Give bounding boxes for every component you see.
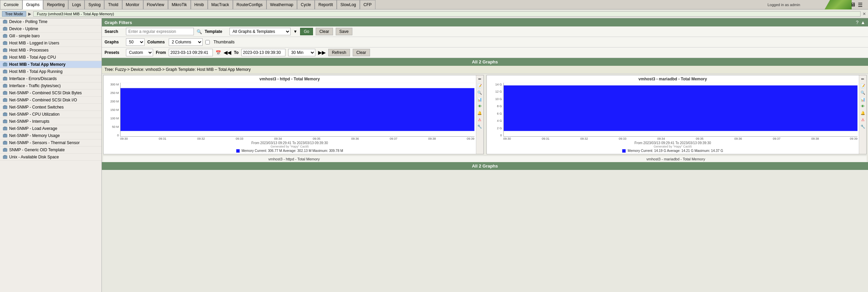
- menu-icon[interactable]: ☰: [858, 2, 863, 8]
- search-label: Search: [105, 29, 123, 34]
- nav-tab-weathermap[interactable]: Weathermap: [266, 0, 297, 9]
- from-date-input[interactable]: [169, 49, 213, 56]
- graph-1-chart-area: 300 M 250 M 200 M 150 M 100 M 50 M 0: [105, 83, 475, 140]
- sidebar-item-13[interactable]: Net-SNMP - CPU Utilization: [0, 111, 101, 118]
- clear-button-1[interactable]: Clear: [316, 28, 333, 35]
- calendar-icon[interactable]: 📅: [216, 50, 221, 55]
- sidebar-item-15[interactable]: Net-SNMP - Load Average: [0, 125, 101, 132]
- forward-arrow[interactable]: ▶▶: [318, 50, 326, 55]
- svg-rect-34: [4, 98, 5, 99]
- save-button[interactable]: Save: [336, 28, 352, 35]
- graph1-edit-icon[interactable]: ✏: [477, 76, 483, 82]
- svg-rect-27: [3, 84, 7, 87]
- svg-rect-46: [4, 126, 5, 128]
- go-button[interactable]: Go: [300, 28, 313, 35]
- clear-button-2[interactable]: Clear: [353, 49, 370, 56]
- nav-tab-flowview[interactable]: FlowView: [143, 0, 168, 9]
- nav-tab-syslog[interactable]: Syslog: [85, 0, 104, 9]
- graph1-wrench-icon[interactable]: 🔧: [477, 123, 483, 130]
- graph-2-legend-box: [622, 149, 626, 153]
- nav-tab-reporting[interactable]: Reporting: [43, 0, 68, 9]
- graph2-bar-icon[interactable]: 📊: [860, 96, 866, 102]
- sidebar-item-3[interactable]: Host MIB - Logged in Users: [0, 40, 101, 47]
- nav-tab-mikrotik[interactable]: MikroTik: [168, 0, 191, 9]
- nav-tab-logs[interactable]: Logs: [68, 0, 85, 9]
- nav-tab-graphs[interactable]: Graphs: [22, 0, 43, 9]
- to-date-input[interactable]: [241, 49, 285, 56]
- sidebar-item-11[interactable]: Net-SNMP - Combined SCSI Disk I/O: [0, 97, 101, 104]
- sidebar-item-0[interactable]: Device - Polling Time: [0, 18, 101, 25]
- nav-tab-mactrack[interactable]: MacTrack: [208, 0, 233, 9]
- svg-rect-31: [4, 91, 5, 92]
- svg-rect-44: [5, 119, 6, 120]
- sidebar-item-9[interactable]: Interface - Traffic (bytes/sec): [0, 82, 101, 90]
- nav-tab-monitor[interactable]: Monitor: [122, 0, 143, 9]
- sidebar-item-8[interactable]: Interface - Errors/Discards: [0, 75, 101, 82]
- help-icon[interactable]: ?: [856, 20, 858, 25]
- svg-rect-59: [5, 155, 6, 156]
- presets-select[interactable]: Custom: [126, 49, 153, 56]
- sidebar-item-16[interactable]: Net-SNMP - Memory Usage: [0, 132, 101, 139]
- graph1-bell-icon[interactable]: 🔔: [477, 110, 483, 116]
- graph-2-svg: [504, 83, 858, 136]
- graph2-warning-icon[interactable]: ⚠: [860, 117, 866, 123]
- back-arrow[interactable]: ◀◀: [224, 50, 231, 55]
- nav-tab-cycle[interactable]: Cycle: [297, 0, 315, 9]
- sidebar-item-7[interactable]: Host MIB - Total App Running: [0, 68, 101, 75]
- nav-tab-console[interactable]: Console: [0, 0, 22, 9]
- sidebar-item-12[interactable]: Net-SNMP - Context Switches: [0, 104, 101, 111]
- sidebar-item-19[interactable]: Unix - Available Disk Space: [0, 154, 101, 161]
- graph-1-footer: From 2023/03/13 09:29:41 To 2023/03/13 0…: [105, 141, 475, 148]
- svg-rect-48: [3, 134, 7, 137]
- search-input[interactable]: [126, 28, 194, 35]
- thumbnails-checkbox[interactable]: [205, 40, 210, 44]
- graph2-pencil2-icon[interactable]: 📝: [860, 83, 866, 89]
- nav-tab-thold[interactable]: Thold: [104, 0, 122, 9]
- columns-select[interactable]: 2 Columns: [169, 38, 203, 46]
- sidebar-label-4: Host MIB - Processes: [9, 48, 49, 53]
- graph1-pencil2-icon[interactable]: 📝: [477, 83, 483, 89]
- svg-rect-29: [5, 84, 6, 85]
- sidebar-item-17[interactable]: Net-SNMP - Sensors - Thermal Sensor: [0, 139, 101, 147]
- nav-tab-cfp[interactable]: CFP: [360, 0, 375, 9]
- graph2-eye-icon[interactable]: 👁: [860, 103, 866, 109]
- nav-tab-routerconfigs[interactable]: RouterConfigs: [233, 0, 266, 9]
- sidebar-item-10[interactable]: Net-SNMP - Combined SCSI Disk Bytes: [0, 90, 101, 97]
- main-layout: Device - Polling TimeDevice - UptimeGill…: [0, 18, 868, 292]
- template-label: Template: [205, 29, 227, 34]
- breadcrumb-close[interactable]: ✕: [863, 12, 866, 16]
- svg-rect-17: [5, 55, 6, 56]
- collapse-icon[interactable]: ▲: [861, 20, 865, 25]
- sidebar-item-4[interactable]: Host MIB - Processes: [0, 47, 101, 54]
- graph-subtitles: vmhost3 - httpd - Total Memory vmhost3 -…: [103, 156, 867, 162]
- graph-1-x-axis: 09:3009:3109:3209:3309:3409:3509:3609:37…: [120, 137, 475, 140]
- graph1-bar-icon[interactable]: 📊: [477, 96, 483, 102]
- svg-rect-7: [4, 34, 5, 35]
- nav-tab-slowlog[interactable]: SlowLog: [337, 0, 360, 9]
- template-select[interactable]: All Graphs & Templates: [229, 28, 291, 35]
- sidebar-item-6[interactable]: Host MIB - Total App Memory: [0, 61, 101, 68]
- sidebar-label-8: Interface - Errors/Discards: [9, 76, 57, 81]
- graph1-zoom-icon[interactable]: 🔍: [477, 90, 483, 96]
- nav-tab-hmib[interactable]: Hmib: [191, 0, 208, 9]
- tree-mode-btn[interactable]: Tree Mode: [2, 11, 26, 17]
- refresh-button[interactable]: Refresh: [328, 49, 350, 56]
- sidebar-items: Device - Polling TimeDevice - UptimeGill…: [0, 18, 101, 161]
- nav-tab-reportit[interactable]: ReportIt: [315, 0, 337, 9]
- graph2-bell-icon[interactable]: 🔔: [860, 110, 866, 116]
- graph1-warning-icon[interactable]: ⚠: [477, 117, 483, 123]
- sidebar-item-2[interactable]: Gill - simple baro: [0, 33, 101, 40]
- sidebar-item-18[interactable]: SNMP - Generic OID Template: [0, 147, 101, 154]
- sidebar-item-14[interactable]: Net-SNMP - Interrupts: [0, 118, 101, 125]
- graphs-select[interactable]: 50: [126, 38, 145, 46]
- sidebar-item-5[interactable]: Host MIB - Total App CPU: [0, 54, 101, 61]
- time-range-select[interactable]: 30 Min: [288, 49, 315, 56]
- graph1-eye-icon[interactable]: 👁: [477, 103, 483, 109]
- graph2-wrench-icon[interactable]: 🔧: [860, 123, 866, 130]
- sidebar-item-1[interactable]: Device - Uptime: [0, 25, 101, 33]
- graph-2-subtitle: vmhost3 - mariadbd - Total Memory: [485, 156, 867, 162]
- search-icon[interactable]: 🔍: [197, 29, 202, 34]
- sidebar-label-18: SNMP - Generic OID Template: [9, 148, 65, 152]
- graph2-edit-icon[interactable]: ✏: [860, 76, 866, 82]
- graph2-zoom-icon[interactable]: 🔍: [860, 90, 866, 96]
